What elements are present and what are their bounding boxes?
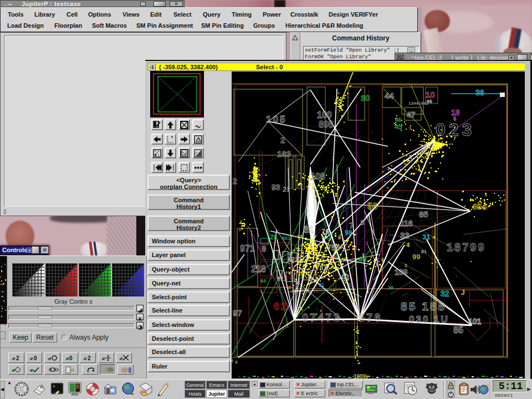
svg-text:100: 100 [317, 110, 332, 120]
svg-text:781: 781 [316, 264, 327, 272]
svg-text:576: 576 [359, 311, 382, 324]
svg-text:45: 45 [395, 123, 402, 131]
svg-text:56: 56 [367, 202, 377, 211]
svg-text:13: 13 [297, 234, 303, 239]
svg-text:0: 0 [34, 355, 37, 361]
svg-text:64: 64 [260, 278, 266, 284]
svg-text:898: 898 [319, 120, 334, 129]
svg-text:36: 36 [475, 88, 484, 97]
svg-text:85: 85 [419, 209, 428, 219]
svg-text:x: x [235, 359, 238, 365]
svg-text:1: 1 [366, 241, 369, 246]
svg-text:47: 47 [407, 110, 416, 119]
svg-text:971: 971 [240, 244, 255, 253]
svg-text:33: 33 [400, 231, 410, 240]
svg-text:4: 4 [406, 242, 410, 248]
svg-text:2: 2 [88, 355, 91, 361]
svg-text:623: 623 [288, 256, 298, 263]
svg-text:98: 98 [345, 229, 352, 237]
svg-text:0: 0 [69, 355, 73, 361]
svg-text:394: 394 [473, 202, 487, 211]
svg-text:32: 32 [441, 289, 449, 298]
svg-text:108: 108 [310, 172, 325, 181]
svg-text:07473: 07473 [302, 311, 341, 324]
svg-text:2: 2 [280, 135, 285, 145]
svg-text:J: J [461, 289, 465, 296]
svg-text:99: 99 [412, 253, 420, 261]
svg-text:48: 48 [330, 255, 336, 260]
svg-text:8: 8 [262, 244, 266, 253]
svg-text:44: 44 [385, 91, 394, 100]
svg-text:76: 76 [321, 227, 329, 236]
svg-text:105: 105 [266, 114, 287, 125]
svg-text:85: 85 [453, 325, 463, 335]
svg-text:109: 109 [395, 268, 408, 277]
svg-text:5: 5 [381, 257, 384, 263]
svg-text:68: 68 [359, 255, 367, 263]
svg-text:46: 46 [395, 117, 402, 123]
svg-text:2: 2 [16, 355, 19, 361]
svg-text:81: 81 [421, 249, 427, 254]
svg-text:18799: 18799 [447, 241, 486, 253]
svg-text:97: 97 [233, 308, 242, 318]
svg-text:31: 31 [304, 225, 314, 234]
svg-text:85 188: 85 188 [401, 300, 446, 313]
svg-text:23: 23 [348, 282, 354, 288]
svg-text:218: 218 [251, 264, 266, 274]
svg-text:8: 8 [360, 218, 364, 227]
svg-text:103: 103 [338, 273, 349, 281]
svg-text:K: K [18, 384, 25, 395]
svg-text:36: 36 [388, 285, 393, 290]
svg-text:023: 023 [436, 120, 475, 140]
svg-text:31: 31 [319, 282, 324, 288]
svg-text:62: 62 [274, 301, 288, 312]
svg-text:30: 30 [361, 93, 370, 103]
svg-text:613: 613 [277, 275, 287, 282]
svg-text:101: 101 [468, 317, 482, 326]
svg-text:030 1U: 030 1U [409, 314, 449, 325]
svg-text:8: 8 [288, 285, 291, 290]
svg-text:100%: 100% [354, 374, 368, 378]
svg-text:+: + [432, 234, 436, 241]
svg-text:13441442: 13441442 [408, 101, 428, 106]
svg-text:2: 2 [233, 177, 237, 186]
svg-text:851: 851 [282, 236, 290, 241]
svg-text:756: 756 [327, 243, 340, 252]
svg-text:9: 9 [338, 235, 341, 241]
svg-text:10: 10 [426, 90, 435, 99]
svg-text:31: 31 [422, 233, 430, 241]
svg-text:93: 93 [272, 183, 280, 192]
svg-text:21: 21 [283, 186, 290, 193]
svg-text:163: 163 [277, 149, 291, 158]
svg-text:28: 28 [270, 233, 278, 241]
svg-text:116: 116 [400, 219, 413, 228]
